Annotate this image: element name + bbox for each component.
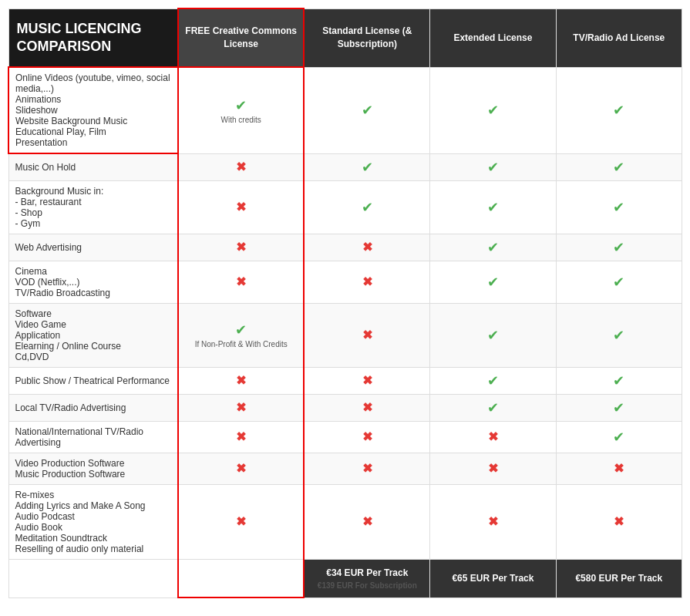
cross-icon: ✖ xyxy=(236,401,246,414)
cross-icon: ✖ xyxy=(236,160,246,173)
cell-tvradio: ✔ xyxy=(556,394,682,421)
cross-icon: ✖ xyxy=(488,430,498,443)
check-icon: ✔ xyxy=(235,98,247,113)
cell-free: ✖ xyxy=(178,261,304,303)
table-row: Public Show / Theatrical Performance✖✖✔✔ xyxy=(8,367,682,394)
cell-note: If Non-Profit & With Credits xyxy=(185,340,297,348)
feature-cell: Background Music in: - Bar, restaurant -… xyxy=(8,180,178,234)
cell-extended: ✔ xyxy=(430,67,556,153)
check-icon: ✔ xyxy=(613,328,624,343)
check-icon: ✔ xyxy=(487,328,499,343)
cell-standard: ✖ xyxy=(304,303,429,367)
check-icon: ✔ xyxy=(613,429,624,445)
cell-free: ✖ xyxy=(178,180,304,234)
footer-empty xyxy=(8,559,178,597)
check-icon: ✔ xyxy=(487,240,499,255)
feature-cell: Re-mixes Adding Lyrics and Make A Song A… xyxy=(8,484,178,559)
check-icon: ✔ xyxy=(613,274,624,290)
col-free: FREE Creative Commons License xyxy=(178,8,304,67)
check-icon: ✔ xyxy=(487,103,499,118)
footer-standard-sub: €139 EUR For Subscription xyxy=(309,581,425,590)
check-icon: ✔ xyxy=(487,200,499,215)
cell-extended: ✔ xyxy=(430,180,556,234)
check-icon: ✔ xyxy=(487,373,499,389)
col-tvradio: TV/Radio Ad License xyxy=(556,8,682,67)
cross-icon: ✖ xyxy=(236,241,246,254)
cross-icon: ✖ xyxy=(236,200,246,214)
cell-tvradio: ✖ xyxy=(556,453,682,484)
feature-cell: Online Videos (youtube, vimeo, social me… xyxy=(8,67,178,153)
table-row: Re-mixes Adding Lyrics and Make A Song A… xyxy=(8,484,682,559)
table-row: Software Video Game Application Elearnin… xyxy=(8,303,682,367)
check-icon: ✔ xyxy=(613,103,624,118)
check-icon: ✔ xyxy=(613,240,624,255)
feature-cell: Music On Hold xyxy=(8,153,178,180)
check-icon: ✔ xyxy=(613,373,624,389)
feature-cell: National/International TV/Radio Advertis… xyxy=(8,421,178,453)
cell-free: ✖ xyxy=(178,421,304,453)
cell-extended: ✖ xyxy=(430,453,556,484)
cross-icon: ✖ xyxy=(362,241,372,254)
cross-icon: ✖ xyxy=(236,275,246,288)
cell-standard: ✔ xyxy=(304,67,429,153)
cell-standard: ✖ xyxy=(304,453,429,484)
cell-standard: ✔ xyxy=(304,153,429,180)
table-row: Background Music in: - Bar, restaurant -… xyxy=(8,180,682,234)
cell-tvradio: ✔ xyxy=(556,67,682,153)
check-icon: ✔ xyxy=(487,400,499,416)
cell-extended: ✔ xyxy=(430,153,556,180)
cell-extended: ✖ xyxy=(430,421,556,453)
cross-icon: ✖ xyxy=(614,515,624,528)
col-standard: Standard License (& Subscription) xyxy=(304,8,429,67)
cross-icon: ✖ xyxy=(236,462,246,475)
check-icon: ✔ xyxy=(362,200,373,215)
table-row: Web Advertising✖✖✔✔ xyxy=(8,234,682,261)
footer-standard-price: €34 EUR Per Track €139 EUR For Subscript… xyxy=(304,559,429,597)
cell-standard: ✖ xyxy=(304,421,429,453)
footer-free-price: FREE xyxy=(178,559,304,597)
cell-note: With credits xyxy=(185,116,297,124)
check-icon: ✔ xyxy=(362,160,373,175)
cross-icon: ✖ xyxy=(362,462,372,475)
check-icon: ✔ xyxy=(487,160,499,175)
cell-tvradio: ✔ xyxy=(556,180,682,234)
table-row-highlight: Online Videos (youtube, vimeo, social me… xyxy=(8,67,682,153)
cross-icon: ✖ xyxy=(362,401,372,414)
cell-free: ✖ xyxy=(178,394,304,421)
col-extended: Extended License xyxy=(430,8,556,67)
check-icon: ✔ xyxy=(362,103,373,118)
table-row: Video Production Software Music Producti… xyxy=(8,453,682,484)
cell-extended: ✔ xyxy=(430,261,556,303)
table-row: Local TV/Radio Advertising✖✖✔✔ xyxy=(8,394,682,421)
cell-tvradio: ✔ xyxy=(556,367,682,394)
table-row: Cinema VOD (Netflix,...) TV/Radio Broadc… xyxy=(8,261,682,303)
cell-tvradio: ✖ xyxy=(556,484,682,559)
cell-free: ✔With credits xyxy=(178,67,304,153)
cell-extended: ✖ xyxy=(430,484,556,559)
footer-extended-price: €65 EUR Per Track xyxy=(430,559,556,597)
check-icon: ✔ xyxy=(613,160,624,175)
cross-icon: ✖ xyxy=(362,374,372,387)
cell-extended: ✔ xyxy=(430,367,556,394)
comparison-table: MUSIC LICENCING COMPARISON FREE Creative… xyxy=(8,8,682,598)
cell-free: ✖ xyxy=(178,234,304,261)
cross-icon: ✖ xyxy=(362,275,372,288)
footer-tvradio-price: €580 EUR Per Track xyxy=(556,559,682,597)
cross-icon: ✖ xyxy=(362,515,372,528)
cell-tvradio: ✔ xyxy=(556,153,682,180)
page-container: MUSIC LICENCING COMPARISON FREE Creative… xyxy=(0,0,690,606)
check-icon: ✔ xyxy=(613,200,624,215)
cross-icon: ✖ xyxy=(236,515,246,528)
table-row: National/International TV/Radio Advertis… xyxy=(8,421,682,453)
check-icon: ✔ xyxy=(487,274,499,290)
feature-cell: Web Advertising xyxy=(8,234,178,261)
cell-tvradio: ✔ xyxy=(556,421,682,453)
cell-standard: ✔ xyxy=(304,180,429,234)
cell-extended: ✔ xyxy=(430,303,556,367)
cell-tvradio: ✔ xyxy=(556,303,682,367)
cell-free: ✖ xyxy=(178,484,304,559)
check-icon: ✔ xyxy=(613,400,624,416)
feature-cell: Software Video Game Application Elearnin… xyxy=(8,303,178,367)
cell-tvradio: ✔ xyxy=(556,234,682,261)
cross-icon: ✖ xyxy=(236,430,246,443)
